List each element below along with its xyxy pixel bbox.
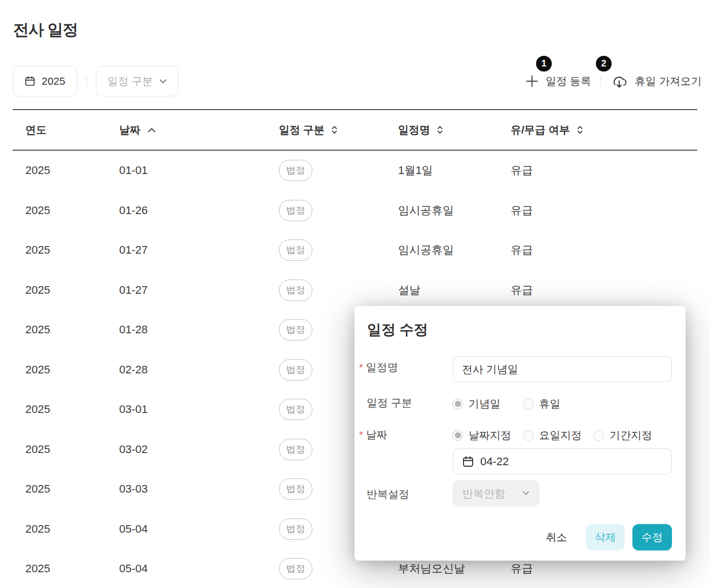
radio-period-specific[interactable]: 기간지정 (593, 428, 652, 442)
repeat-setting-value: 반복안함 (463, 487, 505, 501)
cancel-button[interactable]: 취소 (538, 524, 575, 550)
cell-paid: 유급 (511, 561, 697, 576)
radio-icon[interactable] (523, 430, 534, 441)
calendar-icon (24, 76, 36, 87)
cell-paid: 유급 (511, 243, 697, 258)
category-badge: 법정 (279, 558, 312, 579)
register-schedule-label: 일정 등록 (546, 74, 591, 88)
cell-year: 2025 (25, 562, 119, 575)
sort-both-icon (332, 126, 337, 134)
import-holidays-button[interactable]: 휴일 가져오기 (610, 74, 702, 89)
cell-date: 05-04 (119, 523, 279, 536)
sort-asc-icon (148, 128, 156, 132)
schedule-category-label: 일정 구분 (367, 396, 412, 410)
category-badge: 법정 (279, 478, 312, 500)
cell-date: 01-28 (119, 323, 279, 336)
column-header-name[interactable]: 일정명 (398, 123, 511, 137)
schedule-category-radio-group: 기념일 휴일 (452, 397, 560, 411)
category-badge: 법정 (279, 200, 312, 221)
cell-paid: 유급 (511, 163, 697, 178)
table-row[interactable]: 2025 01-01 법정 1월1일 유급 (13, 151, 697, 191)
date-picker-input[interactable]: 04-22 (453, 448, 672, 474)
radio-icon[interactable] (593, 430, 604, 441)
callout-step-2-badge: 2 (596, 56, 612, 72)
cloud-download-icon (610, 74, 628, 89)
sort-both-icon (437, 126, 443, 134)
radio-icon[interactable] (452, 430, 463, 441)
cell-year: 2025 (25, 284, 119, 297)
cell-year: 2025 (25, 164, 119, 177)
cell-year: 2025 (25, 482, 119, 496)
cell-date: 01-27 (119, 284, 279, 297)
table-row[interactable]: 2025 01-27 법정 설날 유급 (13, 270, 697, 310)
column-header-paid[interactable]: 유/무급 여부 (511, 123, 697, 137)
edit-schedule-modal: 일정 수정 일정명 일정 구분 기념일 휴일 날짜 날짜지정 요일지정 (354, 306, 686, 561)
page-title: 전사 일정 (13, 19, 78, 41)
radio-holiday[interactable]: 휴일 (523, 397, 560, 411)
cell-year: 2025 (25, 363, 119, 376)
repeat-setting-label: 반복설정 (367, 487, 409, 501)
category-badge: 법정 (279, 280, 312, 301)
calendar-icon (462, 456, 474, 468)
year-filter-value: 2025 (42, 75, 65, 87)
cell-name: 부처님오신날 (398, 561, 511, 576)
category-filter-dropdown[interactable]: 일정 구분 (96, 66, 179, 96)
submit-edit-button[interactable]: 수정 (632, 524, 672, 550)
cell-name: 설날 (398, 283, 511, 298)
category-badge: 법정 (279, 518, 312, 540)
category-badge: 법정 (279, 160, 312, 181)
table-actions: 일정 등록 휴일 가져오기 (525, 67, 702, 95)
cell-date: 03-03 (119, 482, 279, 496)
cell-date: 02-28 (119, 363, 279, 376)
category-badge: 법정 (279, 319, 312, 340)
radio-weekday-specific[interactable]: 요일지정 (523, 428, 593, 442)
table-row[interactable]: 2025 01-27 법정 임시공휴일 유급 (13, 230, 697, 270)
table-row[interactable]: 2025 01-26 법정 임시공휴일 유급 (13, 191, 697, 231)
cell-category: 법정 (279, 160, 398, 181)
plus-icon (525, 74, 539, 88)
callout-step-1-badge: 1 (536, 56, 552, 72)
chevron-down-icon (159, 79, 167, 84)
category-filter-placeholder: 일정 구분 (108, 74, 153, 88)
cell-category: 법정 (279, 280, 398, 301)
category-badge: 법정 (279, 239, 312, 261)
column-header-date[interactable]: 날짜 (119, 123, 279, 137)
radio-icon[interactable] (523, 399, 534, 409)
radio-anniversary[interactable]: 기념일 (452, 397, 523, 411)
category-badge: 법정 (279, 399, 312, 420)
radio-icon[interactable] (452, 399, 463, 409)
column-header-category[interactable]: 일정 구분 (279, 123, 398, 137)
modal-title: 일정 수정 (367, 320, 428, 339)
column-header-year: 연도 (25, 123, 119, 137)
cell-name: 1월1일 (398, 163, 511, 178)
sort-both-icon (577, 126, 583, 134)
filter-toolbar: 2025 일정 구분 (13, 66, 179, 96)
table-header-row: 연도 날짜 일정 구분 일정명 (13, 109, 697, 151)
schedule-name-label: 일정명 (359, 360, 398, 374)
year-filter-button[interactable]: 2025 (13, 66, 77, 96)
cell-year: 2025 (25, 323, 119, 336)
modal-action-buttons: 취소 삭제 수정 (538, 524, 672, 550)
category-badge: 법정 (279, 359, 312, 381)
cell-year: 2025 (25, 244, 119, 257)
date-mode-radio-group: 날짜지정 요일지정 기간지정 (452, 428, 652, 442)
cell-date: 01-26 (119, 204, 279, 217)
repeat-setting-select[interactable]: 반복안함 (453, 480, 539, 506)
toolbar-divider (86, 76, 87, 87)
register-schedule-button[interactable]: 일정 등록 (525, 74, 591, 88)
radio-date-specific[interactable]: 날짜지정 (452, 428, 523, 442)
cell-date: 03-02 (119, 443, 279, 456)
delete-button[interactable]: 삭제 (586, 524, 625, 550)
cell-name: 임시공휴일 (398, 243, 511, 258)
chevron-down-icon (522, 491, 529, 496)
cell-date: 01-01 (119, 164, 279, 177)
actions-divider (600, 76, 601, 87)
cell-year: 2025 (25, 403, 119, 416)
cell-category: 법정 (279, 239, 398, 261)
cell-date: 05-04 (119, 562, 279, 575)
cell-category: 법정 (279, 200, 398, 221)
cell-year: 2025 (25, 523, 119, 536)
schedule-name-input[interactable] (453, 356, 672, 382)
cell-year: 2025 (25, 443, 119, 456)
cell-category: 법정 (279, 558, 398, 579)
